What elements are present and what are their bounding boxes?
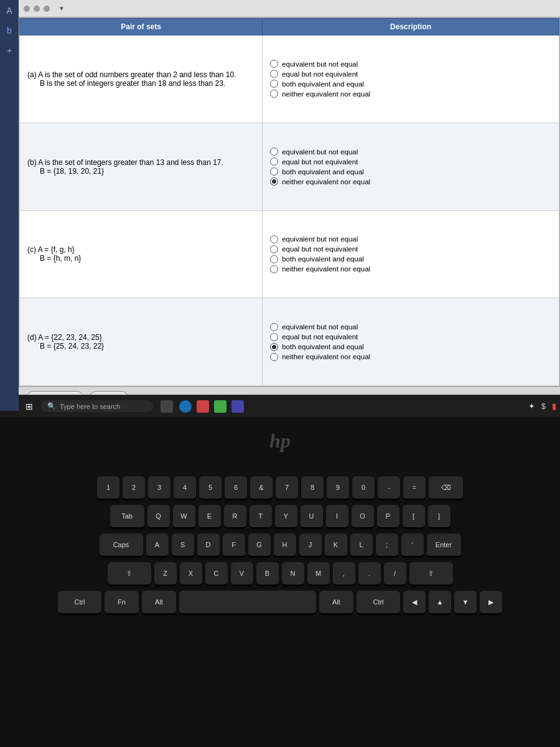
key-6[interactable]: 6 (225, 476, 247, 500)
key-9[interactable]: 9 (327, 476, 349, 500)
radio-circle-a-0[interactable] (270, 60, 278, 68)
taskbar-browser-icon[interactable] (179, 400, 192, 413)
side-nav-icon-3[interactable]: + (2, 43, 17, 58)
key-alt[interactable]: Alt (142, 591, 176, 614)
key-tab[interactable]: Tab (110, 505, 144, 529)
key-u[interactable]: U (301, 505, 323, 529)
radio-item-c-3[interactable]: neither equivalent nor equal (270, 265, 551, 273)
key-slash[interactable]: / (384, 562, 406, 586)
side-nav-icon-2[interactable]: b (2, 23, 17, 38)
key-h[interactable]: H (274, 533, 296, 557)
radio-item-c-2[interactable]: both equivalent and equal (270, 255, 551, 263)
key-g[interactable]: G (248, 533, 271, 557)
key-a[interactable]: A (146, 533, 169, 557)
key-x[interactable]: X (180, 562, 202, 586)
key-v[interactable]: V (231, 562, 253, 586)
key-bracket-close[interactable]: ] (428, 505, 450, 529)
key-n[interactable]: N (282, 562, 304, 586)
key-comma[interactable]: , (333, 562, 355, 586)
radio-item-a-3[interactable]: neither equivalent nor equal (270, 90, 551, 98)
radio-item-d-0[interactable]: equivalent but not equal (270, 323, 551, 331)
taskbar-search-area[interactable]: 🔍 Type here to search (41, 400, 153, 412)
key-right[interactable]: ▶ (480, 591, 502, 614)
radio-item-a-2[interactable]: both equivalent and equal (270, 80, 551, 88)
radio-circle-c-0[interactable] (270, 235, 278, 243)
key-3[interactable]: 3 (148, 476, 170, 500)
taskbar-icon-5[interactable]: ✦ (528, 402, 535, 411)
side-nav-icon-1[interactable]: A (2, 3, 17, 18)
key-d[interactable]: D (197, 533, 220, 557)
radio-circle-d-1[interactable] (270, 333, 278, 341)
key-c[interactable]: C (205, 562, 228, 586)
key-m[interactable]: M (307, 562, 330, 586)
radio-circle-a-2[interactable] (270, 80, 278, 88)
radio-circle-b-1[interactable] (270, 157, 278, 166)
key-q[interactable]: Q (147, 505, 170, 529)
radio-circle-c-2[interactable] (270, 255, 278, 263)
radio-circle-d-0[interactable] (270, 323, 278, 331)
radio-item-c-0[interactable]: equivalent but not equal (270, 235, 551, 243)
key-ctrl-right[interactable]: Ctrl (357, 591, 400, 614)
radio-item-d-1[interactable]: equal but not equivalent (270, 333, 551, 341)
key-k[interactable]: K (325, 533, 347, 557)
radio-circle-a-1[interactable] (270, 70, 278, 78)
key-l[interactable]: L (350, 533, 373, 557)
taskbar-app-icon-2[interactable] (197, 400, 209, 413)
taskbar-icon-7[interactable]: ▮ (552, 402, 556, 411)
key-j[interactable]: J (299, 533, 322, 557)
radio-circle-c-3[interactable] (270, 265, 278, 273)
key-e[interactable]: E (198, 505, 221, 529)
key-8[interactable]: 8 (301, 476, 324, 500)
url-bar[interactable]: ▼ (58, 5, 65, 12)
key-4[interactable]: 4 (174, 476, 196, 500)
key-p[interactable]: P (377, 505, 399, 529)
key-backspace[interactable]: ⌫ (429, 476, 463, 500)
key-fn[interactable]: Fn (105, 591, 139, 614)
search-placeholder[interactable]: Type here to search (60, 403, 120, 410)
key-ctrl[interactable]: Ctrl (58, 591, 101, 614)
key-semicolon[interactable]: ; (376, 533, 398, 557)
radio-item-d-2[interactable]: both equivalent and equal (270, 343, 551, 351)
key-bracket-open[interactable]: [ (403, 505, 425, 529)
key-caps[interactable]: Caps (100, 533, 143, 557)
taskbar-icon-6[interactable]: $ (541, 402, 546, 411)
key-w[interactable]: W (173, 505, 195, 529)
key-r[interactable]: R (224, 505, 246, 529)
key-b[interactable]: B (256, 562, 279, 586)
key-space[interactable] (179, 591, 316, 614)
taskbar-app-icon-1[interactable] (161, 400, 173, 413)
radio-item-a-0[interactable]: equivalent but not equal (270, 60, 551, 68)
key-altgr[interactable]: Alt (319, 591, 353, 614)
key-shift-right[interactable]: ⇧ (409, 562, 453, 586)
key-f[interactable]: F (223, 533, 245, 557)
key-shift-left[interactable]: ⇧ (108, 562, 151, 586)
taskbar-app-icon-3[interactable] (214, 400, 226, 413)
radio-item-c-1[interactable]: equal but not equivalent (270, 245, 551, 253)
radio-item-d-3[interactable]: neither equivalent nor equal (270, 353, 551, 361)
key-s[interactable]: S (172, 533, 194, 557)
key-z[interactable]: Z (154, 562, 177, 586)
radio-item-b-2[interactable]: both equivalent and equal (270, 167, 551, 176)
radio-circle-b-0[interactable] (270, 148, 278, 156)
key-0[interactable]: 0 (352, 476, 375, 500)
radio-item-b-0[interactable]: equivalent but not equal (270, 148, 551, 156)
taskbar-app-icon-4[interactable] (231, 400, 244, 413)
radio-circle-b-3[interactable] (270, 177, 278, 186)
key-ampersand[interactable]: & (250, 476, 273, 500)
key-minus[interactable]: - (378, 476, 400, 500)
key-period[interactable]: . (358, 562, 381, 586)
key-t[interactable]: T (250, 505, 272, 529)
key-2[interactable]: 2 (123, 476, 145, 500)
key-y[interactable]: Y (275, 505, 297, 529)
windows-icon[interactable]: ⊞ (22, 400, 36, 413)
key-equals[interactable]: = (403, 476, 426, 500)
radio-circle-c-1[interactable] (270, 245, 278, 253)
radio-item-b-3[interactable]: neither equivalent nor equal (270, 177, 551, 186)
radio-circle-a-3[interactable] (270, 90, 278, 98)
key-quote[interactable]: ' (401, 533, 424, 557)
radio-item-a-1[interactable]: equal but not equivalent (270, 70, 551, 78)
key-1[interactable]: 1 (97, 476, 119, 500)
key-up[interactable]: ▲ (429, 591, 451, 614)
key-left[interactable]: ◀ (403, 591, 426, 614)
radio-circle-d-3[interactable] (270, 353, 278, 361)
